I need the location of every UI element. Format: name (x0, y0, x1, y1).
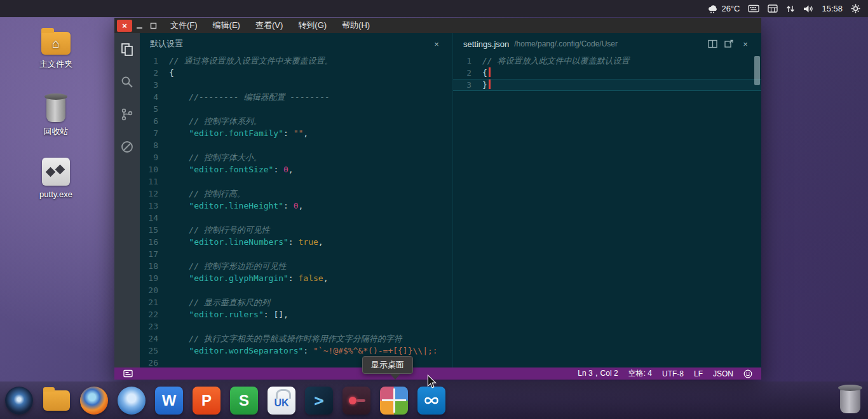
code-line[interactable]: 4 //-------- 编辑器配置 -------- (140, 91, 452, 103)
code-line[interactable]: 2{ (453, 67, 761, 79)
clock-indicator[interactable]: 15:58 (822, 0, 843, 17)
editor-scrollbar[interactable] (754, 56, 760, 85)
statusbar-left-icon[interactable] (123, 369, 133, 378)
wps-spreadsheet-icon[interactable]: S (230, 387, 258, 415)
line-content (169, 248, 452, 260)
code-line[interactable]: 15 // 控制行号的可见性 (140, 224, 452, 236)
code-line[interactable]: 12 // 控制行高。 (140, 188, 452, 200)
line-content (169, 212, 452, 224)
menu-help[interactable]: 帮助(H) (342, 20, 370, 31)
code-line[interactable]: 19 "editor.glyphMargin": false, (140, 272, 452, 284)
firefox-icon[interactable] (80, 387, 108, 415)
session-indicator[interactable] (851, 0, 860, 17)
chromium-icon[interactable] (118, 387, 146, 415)
window-close-button[interactable]: × (117, 20, 132, 32)
weather-indicator[interactable]: 26°C (707, 0, 740, 17)
code-line[interactable]: 21 // 显示垂直标尺的列 (140, 296, 452, 308)
dock-tooltip-arrow (390, 374, 400, 380)
git-icon[interactable] (119, 107, 135, 122)
code-line[interactable]: 18 // 控制字形边距的可见性 (140, 260, 452, 272)
input-method-indicator[interactable] (768, 0, 778, 17)
code-line[interactable]: 16 "editor.lineNumbers": true, (140, 236, 452, 248)
recorder-app-icon[interactable] (342, 387, 370, 415)
explorer-icon[interactable] (119, 42, 135, 57)
encoding-status[interactable]: UTF-8 (662, 369, 684, 378)
code-line[interactable]: 14 (140, 212, 452, 224)
wps-writer-icon[interactable]: W (155, 387, 183, 415)
right-editor-header[interactable]: settings.json /home/pang/.config/Code/Us… (453, 33, 761, 55)
keyboard-indicator[interactable] (748, 0, 759, 17)
desktop[interactable]: { "topbar": { "temperature": "26°C", "ti… (0, 0, 868, 419)
code-line[interactable]: 22 "editor.rulers": [], (140, 308, 452, 320)
code-line[interactable]: 10 "editor.fontSize": 0, (140, 163, 452, 175)
menu-view[interactable]: 查看(V) (255, 20, 283, 31)
desktop-icon-home-folder[interactable]: 主文件夹 (29, 27, 83, 70)
show-desktop-icon[interactable] (380, 387, 408, 415)
wps-presentation-icon[interactable]: P (193, 387, 220, 415)
default-settings-editor[interactable]: 1// 通过将设置放入设置文件中来覆盖设置。2{34 //-------- 编辑… (140, 55, 452, 367)
dock-trash-icon[interactable] (840, 388, 860, 413)
code-line[interactable]: 7 "editor.fontFamily": "", (140, 127, 452, 139)
line-content: "editor.glyphMargin": false, (169, 272, 452, 284)
docky-anchor-icon[interactable] (5, 387, 33, 415)
file-manager-icon[interactable] (43, 387, 71, 415)
settings-json-editor[interactable]: 1// 将设置放入此文件中以覆盖默认设置2{3} (453, 55, 761, 367)
code-line[interactable]: 6 // 控制字体系列。 (140, 115, 452, 127)
network-indicator[interactable] (786, 0, 795, 17)
window-minimize-button[interactable] (132, 20, 146, 32)
debug-icon[interactable] (119, 139, 135, 155)
code-line[interactable]: 3} (453, 79, 761, 91)
menu-edit[interactable]: 编辑(E) (213, 20, 240, 31)
eol-status[interactable]: LF (694, 369, 703, 378)
language-mode-status[interactable]: JSON (713, 369, 733, 378)
line-number: 15 (140, 224, 169, 236)
feedback-smiley-icon[interactable] (743, 369, 752, 378)
desktop-icon-putty[interactable]: putty.exe (29, 154, 83, 199)
trash-icon (46, 97, 65, 122)
split-editor-icon[interactable] (707, 38, 718, 50)
code-line[interactable]: 25 "editor.wordSeparators": "`~!@#$%^&*(… (140, 345, 452, 357)
code-line[interactable]: 5 (140, 103, 452, 115)
close-editor-icon[interactable]: × (740, 38, 751, 50)
wps-presentation-letter: P (201, 392, 212, 409)
code-line[interactable]: 11 (140, 175, 452, 188)
line-content: } (482, 79, 761, 91)
code-line[interactable]: 1// 将设置放入此文件中以覆盖默认设置 (453, 55, 761, 67)
search-icon[interactable] (119, 74, 135, 90)
code-line[interactable]: 17 (140, 248, 452, 260)
desktop-icon-trash[interactable]: 回收站 (29, 92, 83, 137)
code-line[interactable]: 23 (140, 320, 452, 333)
code-line[interactable]: 9 // 控制字体大小。 (140, 151, 452, 163)
menu-file[interactable]: 文件(F) (170, 20, 198, 31)
editor-pane-default-settings: 默认设置 × 1// 通过将设置放入设置文件中来覆盖设置。2{34 //----… (140, 33, 452, 367)
window-titlebar[interactable]: × 文件(F) 编辑(E) 查看(V) 转到(G) 帮助(H) (114, 18, 761, 33)
code-line[interactable]: 20 (140, 284, 452, 296)
line-content: "editor.lineHeight": 0, (169, 200, 452, 212)
cursor-position-status[interactable]: Ln 3，Col 2 (578, 368, 618, 379)
assistant-app-icon[interactable]: > (305, 387, 333, 415)
line-number: 7 (140, 127, 169, 139)
volume-indicator[interactable] (803, 0, 813, 17)
indentation-status[interactable]: 空格: 4 (628, 368, 652, 379)
code-line[interactable]: 24 // 执行文字相关的导航或操作时将用作文字分隔符的字符 (140, 333, 452, 345)
text-cursor (489, 79, 491, 89)
code-line[interactable]: 3 (140, 79, 452, 91)
code-line[interactable]: 8 (140, 139, 452, 151)
close-editor-icon[interactable]: × (431, 38, 442, 50)
line-number: 1 (140, 55, 169, 67)
vscode-logo-icon (419, 391, 444, 410)
dock-tooltip: 显示桌面 (362, 356, 413, 374)
code-line[interactable]: 1// 通过将设置放入设置文件中来覆盖设置。 (140, 55, 452, 67)
desktop-icon-label: 回收站 (29, 126, 83, 137)
open-preview-icon[interactable] (723, 38, 735, 50)
code-line[interactable]: 13 "editor.lineHeight": 0, (140, 200, 452, 212)
line-content (169, 139, 452, 151)
line-number: 8 (140, 139, 169, 151)
line-number: 18 (140, 260, 169, 272)
code-line[interactable]: 2{ (140, 67, 452, 79)
window-maximize-button[interactable] (146, 20, 160, 32)
left-editor-header[interactable]: 默认设置 × (140, 33, 452, 55)
menu-goto[interactable]: 转到(G) (298, 20, 327, 31)
activity-bar (114, 33, 140, 367)
software-center-icon[interactable]: UK (268, 387, 295, 415)
